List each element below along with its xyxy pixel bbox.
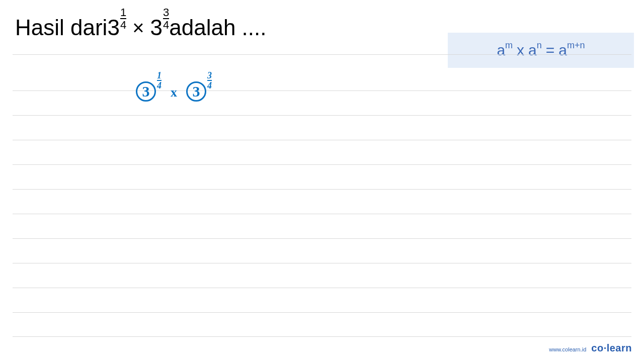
footer: www.colearn.id co·learn xyxy=(549,342,632,354)
h-base-1: 3 xyxy=(136,81,156,102)
h-mult: x xyxy=(171,85,177,100)
q-suffix: adalah .... xyxy=(169,15,266,40)
q-prefix: Hasil dari xyxy=(15,15,107,40)
h-base-2: 3 xyxy=(186,81,206,102)
footer-url: www.colearn.id xyxy=(549,346,586,352)
brand-logo: co·learn xyxy=(591,342,632,354)
h-exp-1: 1 4 xyxy=(157,71,162,90)
h-exp-2: 3 4 xyxy=(207,71,212,90)
exp-1: 1 4 xyxy=(120,7,126,31)
handwriting: 3 1 4 x 3 3 4 xyxy=(136,75,212,96)
base-1: 3 xyxy=(107,15,119,40)
question-text: Hasil dari 3 1 4 × 3 3 4 adalah .... xyxy=(15,15,266,40)
expr-1: 3 1 4 xyxy=(107,15,126,40)
expr-2: 3 3 4 xyxy=(150,15,169,40)
ruled-paper xyxy=(13,54,631,337)
base-2: 3 xyxy=(150,15,162,40)
mult-sign: × xyxy=(132,17,144,39)
exp-2: 3 4 xyxy=(163,7,169,31)
